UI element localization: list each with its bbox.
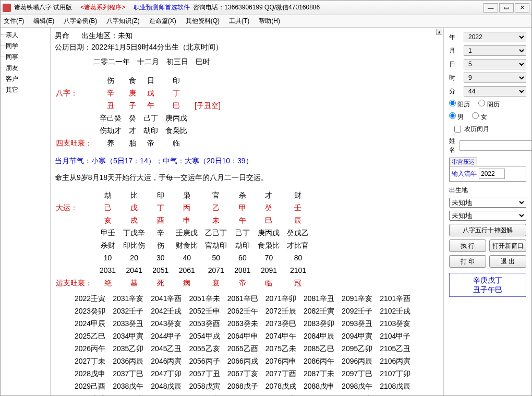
radio-female[interactable]: 女 bbox=[472, 112, 487, 122]
liunian-cell: 2025乙巳 bbox=[71, 330, 108, 342]
birthplace-label: 出生地区：未知 bbox=[81, 31, 132, 40]
liunian-cell: 2084甲辰 bbox=[300, 330, 337, 342]
liunian-cell: 2097丁巳 bbox=[338, 368, 376, 379]
liunian-cell: 2065乙酉 bbox=[224, 343, 261, 354]
liunian-cell: 2106丙寅 bbox=[377, 355, 414, 367]
birthplace-select-1[interactable]: 未知地 bbox=[449, 198, 526, 208]
liunian-input[interactable] bbox=[479, 169, 505, 179]
liunian-cell: 2078戊戌 bbox=[262, 380, 299, 392]
sidebar-item-classmates[interactable]: 同学 bbox=[1, 41, 50, 52]
liunian-cell: 2099己未 bbox=[338, 393, 376, 395]
liunian-cell: 2105乙丑 bbox=[377, 343, 414, 354]
liunian-cell: 2103癸亥 bbox=[377, 318, 414, 329]
liunian-cell: 2067丁亥 bbox=[224, 368, 261, 379]
day-select[interactable]: 5 bbox=[464, 59, 526, 69]
gregorian-date: 公历日期：2022年1月5日9时44分出生（北京时间） bbox=[55, 41, 439, 53]
liunian-cell: 2058戊寅 bbox=[186, 380, 223, 392]
sidebar-item-clients[interactable]: 客户 bbox=[1, 74, 50, 85]
execute-button[interactable]: 执 行 bbox=[449, 239, 486, 252]
liunian-cell: 2092壬子 bbox=[338, 305, 376, 317]
menu-edit[interactable]: 编辑(E) bbox=[33, 17, 54, 26]
liunian-cell: 2041辛酉 bbox=[148, 293, 185, 304]
liunian-cell: 2071辛卯 bbox=[262, 293, 299, 304]
liunian-cell: 2101辛酉 bbox=[377, 293, 414, 304]
liunian-cell: 2027丁未 bbox=[71, 355, 108, 367]
close-button[interactable]: ✕ bbox=[515, 3, 529, 13]
maximize-button[interactable]: ▭ bbox=[499, 3, 514, 13]
sidebar-item-colleagues[interactable]: 同事 bbox=[1, 52, 50, 63]
content-area[interactable]: ▴ 男命 出生地区：未知 公历日期：2022年1月5日9时44分出生（北京时间）… bbox=[51, 28, 444, 395]
menu-help[interactable]: 帮助(H) bbox=[259, 17, 280, 26]
radio-male[interactable]: 男 bbox=[449, 112, 464, 122]
liunian-cell: 2035乙卯 bbox=[110, 343, 147, 354]
liunian-cell: 2087丁未 bbox=[300, 368, 337, 379]
liunian-cell: 2042壬戌 bbox=[148, 305, 185, 317]
liunian-cell: 2091辛亥 bbox=[338, 293, 376, 304]
liunian-cell: 2039己未 bbox=[110, 393, 147, 395]
menu-bazi-cases[interactable]: 八字命例(B) bbox=[64, 17, 97, 26]
bazi-table: 伤食日印 八字：辛庚戊丁 丑子午巳[子丑空] 辛己癸癸己丁庚丙戊 伤劫才才劫印食… bbox=[55, 74, 225, 150]
liunian-cell: 2054甲戌 bbox=[186, 330, 223, 342]
liunian-cell: 2108戊辰 bbox=[377, 380, 414, 392]
bazi-summary-box: 辛庚戊丁 丑子午巳 bbox=[449, 273, 526, 297]
menu-other[interactable]: 其他资料(Q) bbox=[186, 17, 220, 26]
menu-file[interactable]: 文件(F) bbox=[4, 17, 24, 26]
year-select[interactable]: 2022 bbox=[464, 32, 526, 42]
birthplace-select-2[interactable]: 未知地 bbox=[449, 211, 526, 221]
liunian-cell: 2056丙子 bbox=[186, 355, 223, 367]
name-input[interactable] bbox=[460, 140, 531, 151]
radio-yin[interactable]: 阴历 bbox=[478, 100, 499, 109]
liunian-cell: 2072壬辰 bbox=[262, 305, 299, 317]
exit-button[interactable]: 退 出 bbox=[489, 255, 526, 268]
leap-checkbox[interactable] bbox=[454, 126, 461, 133]
liunian-cell: 2036丙辰 bbox=[110, 355, 147, 367]
liunian-cell: 2043癸亥 bbox=[148, 318, 185, 329]
liunian-cell: 2094甲寅 bbox=[338, 330, 376, 342]
radio-yang[interactable]: 阳历 bbox=[449, 100, 470, 109]
menu-tools[interactable]: 工具(T) bbox=[229, 17, 249, 26]
liunian-cell: 2028戊申 bbox=[71, 368, 108, 379]
liunian-cell: 2102壬戌 bbox=[377, 305, 414, 317]
liunian-cell: 2057丁丑 bbox=[186, 368, 223, 379]
liunian-cell: 2023癸卯 bbox=[71, 305, 108, 317]
liunian-cell: 2029己酉 bbox=[71, 380, 108, 392]
month-select[interactable]: 1 bbox=[464, 45, 526, 56]
menu-zaoming[interactable]: 造命篇(X) bbox=[149, 17, 176, 26]
liunian-cell: 2049己巳 bbox=[148, 393, 185, 395]
wuxing-button[interactable]: 八字五行十神图解 bbox=[449, 224, 526, 236]
yazhun-title: 串宫压运 bbox=[449, 158, 477, 166]
liunian-cell: 2107丁卯 bbox=[377, 368, 414, 379]
liunian-cell: 2083癸卯 bbox=[300, 318, 337, 329]
liunian-cell: 2051辛未 bbox=[186, 293, 223, 304]
minimize-button[interactable]: — bbox=[483, 3, 498, 13]
liunian-grid: 2022壬寅2031辛亥2041辛酉2051辛未2061辛巳2071辛卯2081… bbox=[70, 292, 415, 395]
menubar: 文件(F) 编辑(E) 八字命例(B) 八字知识(Z) 造命篇(X) 其他资料(… bbox=[1, 15, 531, 28]
liunian-cell: 2093癸丑 bbox=[338, 318, 376, 329]
dayun-table: 劫比印枭官杀才财 大运：己戊丁丙乙甲癸壬 亥戌酉申未午巳辰 甲壬丁戊辛辛壬庚戊乙… bbox=[55, 188, 313, 290]
liunian-cell: 2104甲子 bbox=[377, 330, 414, 342]
menu-bazi-knowledge[interactable]: 八字知识(Z) bbox=[106, 17, 139, 26]
liunian-cell: 2081辛丑 bbox=[300, 293, 337, 304]
liunian-cell: 2048戊辰 bbox=[148, 380, 185, 392]
print-button[interactable]: 打 印 bbox=[449, 255, 486, 268]
liunian-cell: 2085乙巳 bbox=[300, 343, 337, 354]
minute-select[interactable]: 44 bbox=[464, 86, 526, 97]
liunian-cell: 2063癸未 bbox=[224, 318, 261, 329]
sidebar-item-relatives[interactable]: 亲人 bbox=[1, 30, 50, 41]
dayun-start: 命主从9岁8月18天开始行大运，于每一交运年的八月二一日交运。 bbox=[55, 172, 439, 183]
sidebar-item-other[interactable]: 其它 bbox=[1, 85, 50, 95]
liunian-cell: 2096丙辰 bbox=[338, 355, 376, 367]
liunian-cell: 2082壬寅 bbox=[300, 305, 337, 317]
hour-select[interactable]: 9 bbox=[464, 73, 526, 83]
new-window-button[interactable]: 打开新窗口 bbox=[489, 239, 526, 252]
liunian-cell: 2034甲寅 bbox=[110, 330, 147, 342]
sidebar-item-friends[interactable]: 朋友 bbox=[1, 63, 50, 74]
liunian-cell: 2074甲午 bbox=[262, 330, 299, 342]
liunian-cell: 2061辛巳 bbox=[224, 293, 261, 304]
window-title: 诸葛铁嘴八字 试用版 bbox=[14, 3, 72, 12]
liunian-cell: 2088戊申 bbox=[300, 380, 337, 392]
liunian-cell: 2037丁巳 bbox=[110, 368, 147, 379]
liunian-cell: 2047丁卯 bbox=[148, 368, 185, 379]
right-panel: 年2022 月1 日5 时9 分44 阳历 阴历 男 女 农历闰月 姓名 串宫压… bbox=[444, 28, 531, 395]
scroll-up-icon[interactable]: ▴ bbox=[436, 29, 442, 35]
